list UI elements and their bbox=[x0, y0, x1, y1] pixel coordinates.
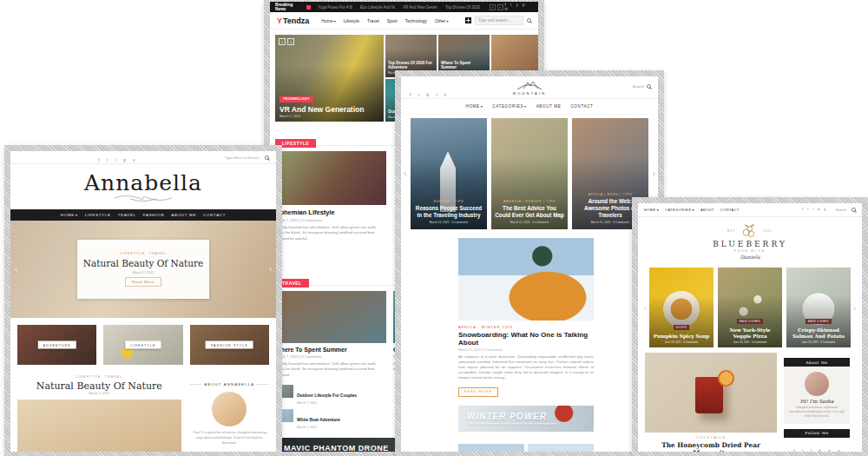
card-salmon-potato[interactable]: Main Dishes Crispy-Skinned Salmon And Po… bbox=[786, 268, 851, 347]
list-item[interactable]: White Boat AdventureMarch 7, 2021 bbox=[275, 409, 399, 429]
card-badge[interactable]: AMERICA | EUROPE | TIPS bbox=[495, 200, 564, 203]
nav-item-contact[interactable]: Contact bbox=[720, 208, 740, 212]
facebook-icon[interactable]: f bbox=[98, 159, 99, 163]
hero-title[interactable]: Natural Beauty Of Nature bbox=[83, 258, 203, 268]
ticker-item[interactable]: VR And New Genera... bbox=[403, 5, 437, 10]
card-advice-map[interactable]: AMERICA | EUROPE | TIPS The Best Advice … bbox=[491, 118, 568, 229]
instagram-icon[interactable]: i bbox=[115, 159, 116, 163]
nav-item-other[interactable]: Other bbox=[435, 18, 449, 23]
vimeo-icon[interactable]: v bbox=[444, 94, 446, 98]
twitter-icon[interactable]: t bbox=[802, 450, 803, 452]
nav-item-home[interactable]: Home bbox=[466, 104, 483, 109]
nav-item-technology[interactable]: Technology bbox=[405, 18, 427, 23]
nav-item-fashion[interactable]: FASHION bbox=[143, 213, 164, 217]
card-veggie-pizza[interactable]: Main Dishes New York-Style Veggie Pizza … bbox=[718, 268, 782, 347]
behance-icon[interactable]: b bbox=[819, 450, 821, 452]
youtube-icon[interactable]: y bbox=[824, 208, 825, 212]
ticker-item[interactable]: Eco Lifestyle And Na... bbox=[360, 5, 395, 10]
nav-item-contact[interactable]: Contact bbox=[570, 104, 593, 109]
post-category[interactable]: Lifestyle, Travel bbox=[17, 375, 181, 379]
pinterest-icon[interactable]: p bbox=[123, 159, 126, 163]
nav-item-about[interactable]: ABOUT ME bbox=[171, 213, 196, 217]
article-category[interactable]: Africa · Winter Tips bbox=[458, 325, 594, 329]
category-card-adventure[interactable]: ADVENTURE bbox=[17, 325, 96, 365]
article-title[interactable]: Snowboarding: What No One is Talking Abo… bbox=[458, 331, 594, 347]
hero-prev-icon[interactable]: ‹ bbox=[279, 38, 286, 45]
hero-next-icon[interactable]: › bbox=[287, 38, 294, 45]
article-image[interactable] bbox=[645, 353, 777, 433]
post-title[interactable]: Natural Beauty Of Nature bbox=[17, 380, 181, 392]
nav-item-home[interactable]: Home bbox=[321, 18, 335, 23]
card-badge[interactable]: Soups bbox=[674, 325, 690, 330]
search-icon[interactable] bbox=[852, 208, 856, 212]
grid-menu-icon[interactable] bbox=[465, 17, 471, 23]
tendza-logo[interactable]: YTendza bbox=[277, 17, 309, 25]
post-image[interactable] bbox=[275, 151, 386, 205]
hero-category[interactable]: Lifestyle, Travel bbox=[120, 252, 167, 255]
facebook-icon[interactable]: f bbox=[793, 450, 794, 452]
post-summer[interactable]: Where To Spent Summer March 7, 2021 | 0 … bbox=[275, 291, 386, 378]
post-image[interactable] bbox=[275, 291, 386, 343]
tendza-search-input[interactable] bbox=[475, 16, 523, 25]
category-card-lifestyle[interactable]: LIFESTYLE bbox=[103, 325, 182, 365]
nav-item-about[interactable]: About bbox=[700, 208, 714, 212]
card-badge[interactable]: AFRICA | NEWS | TIPS bbox=[575, 193, 645, 196]
gallery-image-snowboarder[interactable] bbox=[458, 444, 524, 452]
card-badge[interactable]: Main Dishes bbox=[737, 319, 763, 324]
ticker-prev-icon[interactable]: ‹ bbox=[490, 4, 496, 10]
read-more-button[interactable]: Read More bbox=[125, 277, 161, 287]
gallery-image-sailboat[interactable] bbox=[528, 444, 594, 452]
post-title[interactable]: Bohemian Lifestyle bbox=[275, 208, 386, 216]
mountain-search[interactable]: Search bbox=[632, 84, 651, 89]
nav-item-categories[interactable]: Categories bbox=[665, 208, 694, 212]
ticker-item[interactable]: Yoga Poses For A Be... bbox=[318, 5, 352, 10]
facebook-icon[interactable]: f bbox=[802, 208, 803, 212]
nav-item-about[interactable]: About Me bbox=[536, 104, 562, 109]
category-card-label[interactable]: ADVENTURE bbox=[37, 341, 76, 349]
instagram-icon[interactable]: i bbox=[436, 94, 437, 98]
vimeo-icon[interactable]: v bbox=[838, 450, 839, 452]
category-card-label[interactable]: LIFESTYLE bbox=[125, 341, 161, 349]
nav-item-categories[interactable]: Categories bbox=[492, 104, 526, 109]
twitter-icon[interactable]: t bbox=[107, 159, 108, 163]
pinterest-icon[interactable]: p bbox=[828, 450, 831, 452]
mountain-logo[interactable]: MOUNTAIN bbox=[513, 79, 547, 96]
vimeo-icon[interactable]: v bbox=[133, 159, 135, 163]
post-image[interactable] bbox=[17, 400, 181, 452]
instagram-icon[interactable]: i bbox=[811, 450, 812, 452]
category-card-label[interactable]: FASHION STYLE bbox=[206, 341, 253, 349]
nav-item-lifestyle[interactable]: LIFESTYLE bbox=[85, 213, 111, 217]
card-badge[interactable]: Main Dishes bbox=[806, 319, 832, 324]
facebook-icon[interactable]: f bbox=[410, 94, 411, 98]
annabella-search-input[interactable] bbox=[225, 155, 263, 160]
article-image[interactable] bbox=[458, 238, 594, 321]
card-pumpkin-soup[interactable]: Soups Pumpkin Spicy Soup June 18, 2021 ·… bbox=[649, 268, 713, 347]
youtube-icon[interactable]: y bbox=[516, 3, 518, 8]
annabella-logo[interactable]: Annabella bbox=[84, 172, 202, 194]
hero-post-vr[interactable]: ‹ › Technology VR And New Generation Mar… bbox=[275, 35, 384, 122]
pinterest-icon[interactable]: p bbox=[818, 208, 819, 212]
hero-category-badge[interactable]: Technology bbox=[279, 96, 313, 102]
hero-next-icon[interactable]: › bbox=[269, 265, 272, 274]
post-title[interactable]: Where To Spent Summer bbox=[275, 347, 386, 353]
blueberry-logo-block[interactable]: EST 2021 BLUEBERRY FOOD BLOG Daniela bbox=[638, 217, 862, 266]
pinterest-icon[interactable]: p bbox=[523, 3, 525, 8]
nav-item-travel[interactable]: TRAVEL bbox=[118, 213, 136, 217]
post-bohemian[interactable]: Bohemian Lifestyle March 7, 2021 | 0 Com… bbox=[275, 151, 386, 265]
twitter-icon[interactable]: t bbox=[807, 208, 808, 212]
linkedin-icon[interactable]: in bbox=[505, 8, 509, 12]
ticker-next-icon[interactable]: › bbox=[497, 4, 503, 10]
article-title[interactable]: The Honeycomb Dried Pear Margarita bbox=[645, 441, 777, 452]
behance-icon[interactable]: b bbox=[426, 94, 429, 98]
list-item[interactable]: Outdoor Lifestyle For CouplesMarch 7, 20… bbox=[275, 385, 399, 405]
card-traveling-industry[interactable]: EUROPE | TIPS Reasons People Succeed in … bbox=[411, 118, 487, 229]
ticker-item[interactable]: Top Drones Of 2020... bbox=[445, 5, 480, 10]
twitter-icon[interactable]: t bbox=[510, 3, 511, 8]
nav-item-home[interactable]: HOME bbox=[61, 213, 78, 217]
article-category[interactable]: Cocktails bbox=[645, 436, 777, 439]
hero-prev-icon[interactable]: ‹ bbox=[15, 265, 17, 274]
nav-item-home[interactable]: Home bbox=[644, 208, 659, 212]
carousel-next-icon[interactable]: › bbox=[653, 169, 655, 178]
nav-item-travel[interactable]: Travel bbox=[367, 18, 379, 23]
winter-power-banner[interactable]: WINTER POWER Check out the best winter r… bbox=[458, 406, 594, 432]
